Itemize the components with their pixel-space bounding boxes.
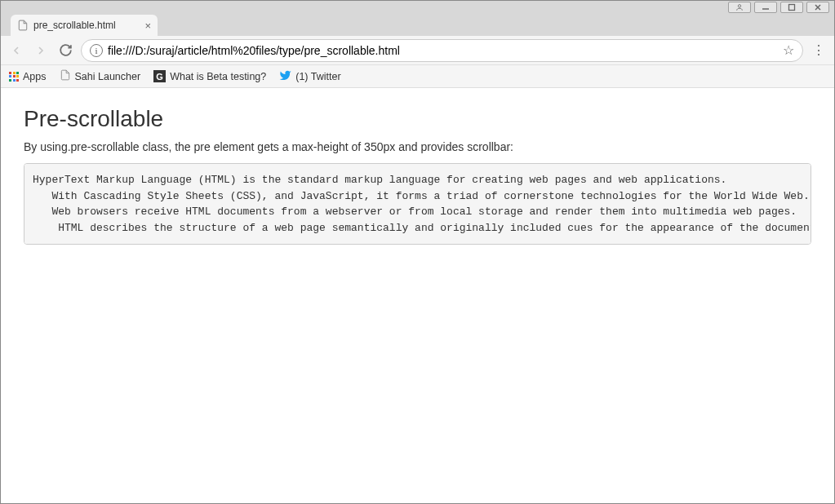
user-button[interactable] — [728, 2, 751, 13]
sahi-bookmark[interactable]: Sahi Launcher — [60, 69, 141, 83]
g-favicon-icon: G — [153, 70, 166, 82]
reload-button[interactable] — [56, 42, 74, 60]
browser-toolbar: i ☆ ⋮ — [1, 36, 834, 65]
back-button[interactable] — [7, 42, 25, 60]
beta-bookmark[interactable]: G What is Beta testing? — [153, 70, 266, 82]
svg-point-0 — [738, 4, 740, 7]
apps-bookmark[interactable]: Apps — [9, 71, 47, 82]
twitter-label: (1) Twitter — [295, 71, 340, 82]
beta-label: What is Beta testing? — [170, 71, 266, 82]
close-tab-icon[interactable]: × — [144, 20, 151, 32]
page-heading: Pre-scrollable — [24, 106, 811, 132]
page-icon — [17, 20, 29, 31]
bookmarks-bar: Apps Sahi Launcher G What is Beta testin… — [1, 65, 834, 88]
twitter-icon — [279, 69, 291, 84]
tab-strip: pre_scrollable.html × — [1, 13, 834, 36]
apps-label: Apps — [23, 71, 47, 82]
sahi-label: Sahi Launcher — [75, 71, 141, 82]
apps-grid-icon — [9, 72, 19, 82]
browser-menu-button[interactable]: ⋮ — [810, 42, 828, 60]
address-bar[interactable]: i ☆ — [81, 39, 803, 62]
url-input[interactable] — [108, 44, 778, 57]
browser-tab[interactable]: pre_scrollable.html × — [11, 15, 158, 36]
pre-scrollable-block[interactable]: HyperText Markup Language (HTML) is the … — [24, 163, 811, 245]
forward-button[interactable] — [32, 42, 50, 60]
page-description: By using.pre-scrollable class, the pre e… — [24, 140, 811, 153]
window-titlebar — [1, 1, 834, 13]
site-info-icon[interactable]: i — [90, 44, 103, 57]
bookmark-star-icon[interactable]: ☆ — [783, 42, 794, 58]
maximize-button[interactable] — [780, 2, 803, 13]
svg-rect-2 — [789, 4, 795, 10]
minimize-button[interactable] — [754, 2, 777, 13]
document-icon — [60, 69, 71, 83]
page-viewport: Pre-scrollable By using.pre-scrollable c… — [1, 88, 834, 504]
twitter-bookmark[interactable]: (1) Twitter — [279, 69, 340, 84]
close-window-button[interactable] — [806, 2, 829, 13]
tab-title: pre_scrollable.html — [33, 20, 116, 31]
